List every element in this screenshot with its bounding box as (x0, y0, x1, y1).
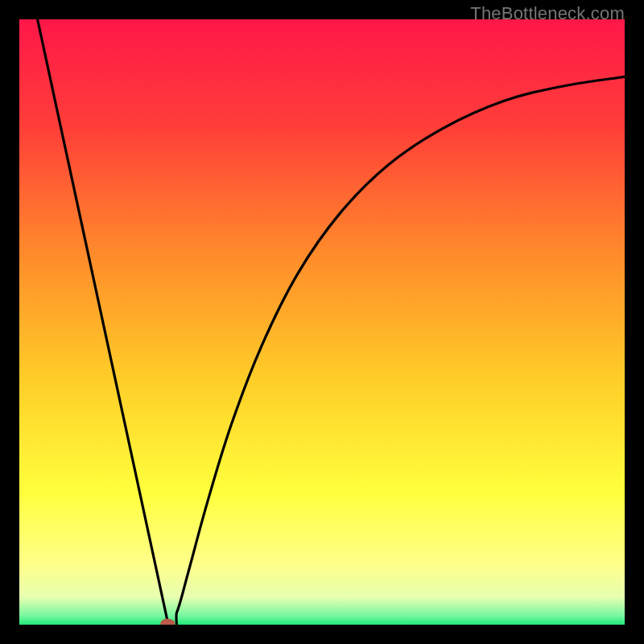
chart-frame (19, 19, 625, 625)
gradient-background (19, 19, 625, 625)
bottleneck-chart (19, 19, 625, 625)
watermark-text: TheBottleneck.com (470, 3, 625, 24)
